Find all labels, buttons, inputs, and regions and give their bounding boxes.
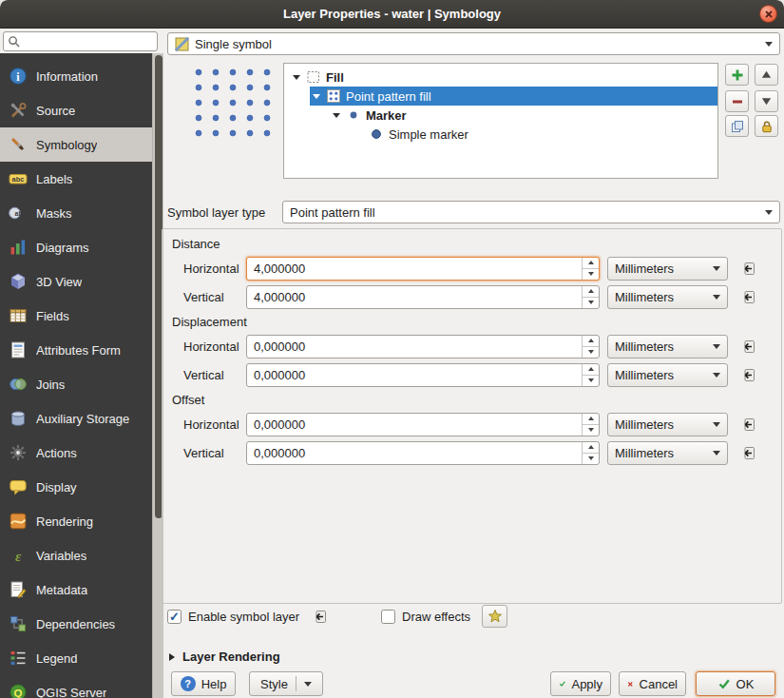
spin-up-button[interactable] — [583, 414, 599, 425]
close-button[interactable] — [759, 5, 777, 23]
symbol-node-simple-marker[interactable]: Simple marker — [367, 125, 717, 144]
sidebar-item-qgis-server[interactable]: QQGIS Server — [0, 675, 152, 698]
sidebar-item-label: Source — [36, 104, 75, 118]
offset-vertical-override-button[interactable] — [736, 441, 760, 464]
symbol-node-point-pattern-fill[interactable]: Point pattern fill — [310, 87, 717, 106]
spin-down-button[interactable] — [583, 376, 599, 386]
distance-horizontal-unit-combo[interactable]: Millimeters — [607, 257, 728, 281]
enable-symbol-layer-checkbox[interactable]: ✓ — [167, 610, 182, 624]
distance-horizontal-spinbox[interactable]: 4,000000 — [246, 257, 600, 281]
displacement-horizontal-unit-combo[interactable]: Millimeters — [607, 335, 728, 359]
sidebar-item-dependencies[interactable]: Dependencies — [0, 607, 152, 641]
cancel-button[interactable]: Cancel — [619, 671, 686, 696]
sidebar-item-symbology[interactable]: Symbology — [0, 127, 152, 162]
unit-value: Millimeters — [615, 262, 674, 276]
ok-button[interactable]: OK — [696, 671, 775, 696]
spin-down-button[interactable] — [583, 347, 599, 358]
duplicate-symbol-layer-button[interactable] — [725, 115, 749, 137]
move-down-icon — [760, 95, 773, 107]
sidebar-item-attributes-form[interactable]: Attributes Form — [0, 333, 152, 367]
displacement-horizontal-label: Horizontal — [183, 339, 239, 354]
sidebar-item-diagrams[interactable]: Diagrams — [0, 230, 152, 264]
sidebar-item-labels[interactable]: abcLabels — [0, 162, 152, 196]
enable-layer-override-button[interactable] — [307, 605, 332, 628]
unit-value: Millimeters — [615, 339, 674, 354]
unit-value: Millimeters — [615, 290, 674, 304]
chevron-down-icon — [713, 373, 720, 378]
distance-vertical-row: Vertical4,000000Millimeters — [183, 284, 781, 309]
spin-down-button[interactable] — [583, 425, 599, 436]
spin-up-button[interactable] — [583, 442, 599, 454]
fields-icon — [9, 306, 28, 325]
displacement-vertical-unit-combo[interactable]: Millimeters — [607, 363, 728, 387]
sidebar-item-source[interactable]: Source — [0, 93, 152, 127]
displacement-vertical-spinbox[interactable]: 0,000000 — [246, 363, 600, 387]
spin-down-button[interactable] — [583, 454, 599, 464]
offset-horizontal-unit-combo[interactable]: Millimeters — [607, 413, 728, 436]
single-symbol-icon — [175, 37, 189, 51]
distance-horizontal-row: Horizontal4,000000Millimeters — [183, 256, 781, 281]
sidebar-item-auxiliary-storage[interactable]: Auxiliary Storage — [0, 401, 152, 436]
simple-marker-icon — [369, 126, 384, 142]
sidebar-item-joins[interactable]: Joins — [0, 367, 152, 401]
spin-up-button[interactable] — [583, 258, 599, 269]
source-icon — [9, 101, 28, 120]
help-button[interactable]: ? Help — [171, 671, 236, 696]
displacement-vertical-override-button[interactable] — [736, 363, 760, 386]
symbol-node-label: Marker — [366, 108, 407, 123]
offset-vertical-unit-combo[interactable]: Millimeters — [607, 441, 728, 465]
spin-down-button[interactable] — [583, 298, 599, 308]
move-up-button[interactable] — [755, 64, 778, 86]
remove-symbol-layer-button[interactable] — [725, 90, 749, 112]
expander-icon[interactable] — [292, 75, 301, 80]
chevron-down-icon — [765, 210, 773, 215]
symbol-layer-type-combo[interactable]: Point pattern fill — [282, 201, 780, 223]
tree-row: Point pattern fill — [284, 87, 717, 106]
search-input[interactable] — [24, 34, 153, 49]
spin-up-button[interactable] — [583, 336, 599, 347]
data-defined-override-icon — [740, 261, 756, 277]
sidebar-item-metadata[interactable]: Metadata — [0, 572, 152, 607]
distance-horizontal-override-button[interactable] — [736, 257, 760, 280]
sidebar-item-fields[interactable]: Fields — [0, 299, 152, 333]
expander-icon[interactable] — [332, 113, 341, 118]
spin-up-button[interactable] — [583, 364, 599, 376]
lock-color-button[interactable] — [755, 115, 778, 137]
style-button[interactable]: Style — [249, 671, 323, 696]
distance-vertical-spinbox[interactable]: 4,000000 — [246, 285, 600, 309]
svg-text:abc: abc — [12, 175, 25, 184]
spin-down-button[interactable] — [583, 269, 599, 280]
displacement-horizontal-spinbox[interactable]: 0,000000 — [246, 335, 600, 359]
expander-icon[interactable] — [312, 94, 321, 99]
offset-horizontal-spinbox[interactable]: 0,000000 — [246, 413, 600, 436]
displacement-horizontal-override-button[interactable] — [736, 335, 760, 358]
symbol-node-marker[interactable]: Marker — [330, 106, 717, 125]
layer-rendering-header[interactable]: Layer Rendering — [169, 650, 280, 664]
sidebar-item-actions[interactable]: Actions — [0, 436, 152, 470]
distance-vertical-unit-combo[interactable]: Millimeters — [607, 285, 728, 309]
symbol-node-label: Simple marker — [389, 127, 468, 142]
offset-horizontal-override-button[interactable] — [736, 413, 760, 436]
distance-vertical-override-button[interactable] — [736, 285, 760, 308]
draw-effects-checkbox[interactable] — [381, 610, 395, 624]
add-symbol-layer-button[interactable] — [725, 64, 749, 86]
sidebar-item-legend[interactable]: Legend — [0, 641, 152, 675]
titlebar[interactable]: Layer Properties - water | Symbology — [0, 0, 784, 29]
offset-vertical-spinbox[interactable]: 0,000000 — [246, 441, 600, 465]
sidebar-item-information[interactable]: iInformation — [0, 59, 152, 93]
spin-up-button[interactable] — [583, 286, 599, 298]
apply-button[interactable]: Apply — [550, 671, 611, 696]
layer-properties-dialog: Layer Properties - water | Symbology iIn… — [0, 0, 784, 698]
renderer-combo[interactable]: Single symbol — [167, 32, 780, 55]
sidebar-item-variables[interactable]: εVariables — [0, 538, 152, 572]
sidebar-item-masks[interactable]: abcMasks — [0, 196, 152, 230]
sidebar-item-display[interactable]: Display — [0, 470, 152, 504]
symbol-node-fill[interactable]: Fill — [290, 68, 717, 87]
sidebar-item-rendering[interactable]: Rendering — [0, 504, 152, 538]
svg-text:ε: ε — [15, 549, 22, 564]
effects-customize-button[interactable] — [482, 605, 507, 628]
move-down-button[interactable] — [755, 90, 778, 112]
sidebar-item-3d-view[interactable]: 3D View — [0, 264, 152, 299]
unit-value: Millimeters — [615, 446, 674, 460]
tree-row: Simple marker — [284, 125, 717, 144]
